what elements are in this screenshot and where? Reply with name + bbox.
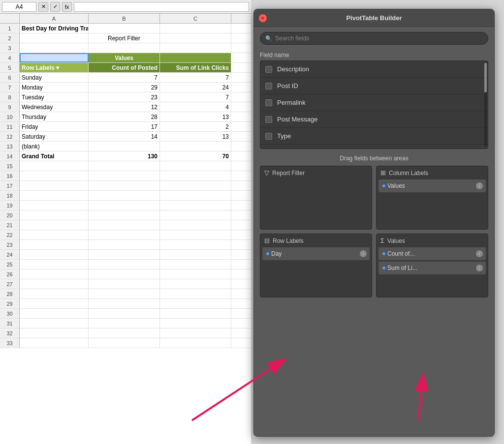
grid-cell[interactable]: 29 — [89, 83, 160, 92]
formula-input[interactable] — [74, 2, 249, 12]
grid-cell[interactable] — [89, 161, 160, 171]
info-button[interactable]: i — [476, 250, 483, 257]
grid-cell[interactable] — [160, 319, 231, 328]
drop-item[interactable]: Count of...i — [378, 247, 486, 260]
confirm-btn[interactable]: ✓ — [50, 2, 60, 12]
grid-cell[interactable] — [20, 191, 89, 200]
grid-cell[interactable]: 7 — [89, 73, 160, 82]
table-row[interactable]: Sunday77 — [20, 73, 251, 83]
table-row[interactable] — [20, 269, 251, 279]
table-row[interactable]: Wednesday124 — [20, 102, 251, 112]
grid-cell[interactable] — [20, 328, 89, 338]
col-header-c[interactable]: C — [160, 14, 231, 23]
grid-cell[interactable] — [20, 299, 89, 308]
field-item[interactable]: Description — [260, 61, 488, 78]
grid-cell[interactable]: Sunday — [20, 73, 89, 82]
grid-cell[interactable] — [20, 161, 89, 171]
table-row[interactable] — [20, 230, 251, 240]
grid-cell[interactable] — [20, 250, 89, 259]
field-checkbox[interactable] — [265, 116, 272, 123]
grid-cell[interactable] — [89, 210, 160, 220]
table-row[interactable] — [20, 279, 251, 289]
drop-zone-row-labels[interactable]: ⊟Row LabelsDayi — [260, 234, 372, 297]
grid-cell[interactable] — [160, 250, 231, 259]
table-row[interactable] — [20, 171, 251, 181]
grid-cell[interactable] — [89, 181, 160, 190]
grid-cell[interactable]: 17 — [89, 122, 160, 131]
panel-close-button[interactable]: ✕ — [259, 14, 267, 22]
cancel-btn[interactable]: ✕ — [38, 2, 48, 12]
table-row[interactable] — [20, 299, 251, 309]
grid-cell[interactable] — [89, 269, 160, 279]
grid-cell[interactable] — [160, 201, 231, 210]
table-row[interactable] — [20, 260, 251, 269]
grid-cell[interactable]: Grand Total — [20, 151, 89, 161]
grid-cell[interactable] — [20, 181, 89, 190]
grid-cell[interactable]: 7 — [160, 92, 231, 102]
cell-reference[interactable] — [2, 2, 36, 12]
grid-cell[interactable]: 7 — [160, 73, 231, 82]
table-row[interactable]: Saturday1413 — [20, 132, 251, 142]
table-row[interactable]: Monday2924 — [20, 83, 251, 92]
grid-cell[interactable]: 24 — [160, 83, 231, 92]
table-row[interactable] — [20, 201, 251, 210]
grid-cell[interactable] — [20, 319, 89, 328]
table-row[interactable]: Thursday2813 — [20, 112, 251, 122]
table-row[interactable]: (blank) — [20, 142, 251, 151]
table-row[interactable] — [20, 220, 251, 230]
field-item[interactable]: Post ID — [260, 78, 488, 94]
table-row[interactable] — [20, 43, 251, 53]
table-row[interactable] — [20, 309, 251, 319]
grid-cell[interactable] — [20, 220, 89, 230]
grid-cell[interactable] — [160, 43, 231, 53]
table-row[interactable]: Row Labels ▾Count of PostedSum of Link C… — [20, 63, 251, 73]
field-checkbox[interactable] — [265, 83, 272, 89]
grid-cell[interactable] — [160, 338, 231, 348]
grid-cell[interactable] — [89, 338, 160, 348]
grid-cell[interactable]: Friday — [20, 122, 89, 131]
drop-item[interactable]: Sum of Li...i — [378, 262, 486, 274]
grid-cell[interactable]: Count of Posted — [89, 63, 160, 72]
grid-cell[interactable]: 28 — [89, 112, 160, 121]
table-row[interactable]: Grand Total13070 — [20, 151, 251, 161]
grid-cell[interactable] — [20, 269, 89, 279]
grid-cell[interactable] — [160, 240, 231, 249]
grid-cell[interactable] — [89, 289, 160, 298]
grid-cell[interactable]: Report Filter — [89, 33, 160, 43]
drop-zone-report-filter[interactable]: ▽Report Filter — [260, 166, 372, 230]
info-button[interactable]: i — [360, 250, 367, 257]
table-row[interactable] — [20, 161, 251, 171]
grid-cell[interactable] — [89, 328, 160, 338]
grid-cell[interactable] — [20, 230, 89, 239]
grid-cell[interactable] — [89, 230, 160, 239]
field-item[interactable]: Type — [260, 128, 488, 145]
grid-cell[interactable] — [20, 33, 89, 43]
grid-cell[interactable]: Values — [89, 53, 160, 62]
grid-cell[interactable] — [160, 328, 231, 338]
grid-cell[interactable] — [20, 279, 89, 289]
col-header-a[interactable]: A — [20, 14, 89, 23]
grid-cell[interactable] — [160, 260, 231, 269]
fx-btn[interactable]: fx — [62, 2, 72, 12]
grid-cell[interactable] — [160, 279, 231, 289]
grid-cell[interactable] — [20, 201, 89, 210]
grid-cell[interactable] — [20, 260, 89, 269]
table-row[interactable] — [20, 240, 251, 250]
grid-cell[interactable] — [160, 161, 231, 171]
table-row[interactable] — [20, 191, 251, 201]
grid-cell[interactable] — [89, 24, 160, 33]
grid-cell[interactable] — [160, 230, 231, 239]
field-checkbox[interactable] — [265, 99, 272, 106]
grid-cell[interactable]: 70 — [160, 151, 231, 161]
grid-cell[interactable] — [89, 309, 160, 318]
table-row[interactable] — [20, 319, 251, 328]
grid-cell[interactable] — [89, 142, 160, 151]
grid-cell[interactable] — [160, 142, 231, 151]
col-header-b[interactable]: B — [89, 14, 160, 23]
grid-cell[interactable] — [89, 260, 160, 269]
drop-item[interactable]: Dayi — [262, 247, 370, 260]
grid-cell[interactable]: 12 — [89, 102, 160, 112]
grid-cell[interactable] — [160, 309, 231, 318]
table-row[interactable]: Report Filter — [20, 33, 251, 43]
grid-cell[interactable]: 4 — [160, 102, 231, 112]
